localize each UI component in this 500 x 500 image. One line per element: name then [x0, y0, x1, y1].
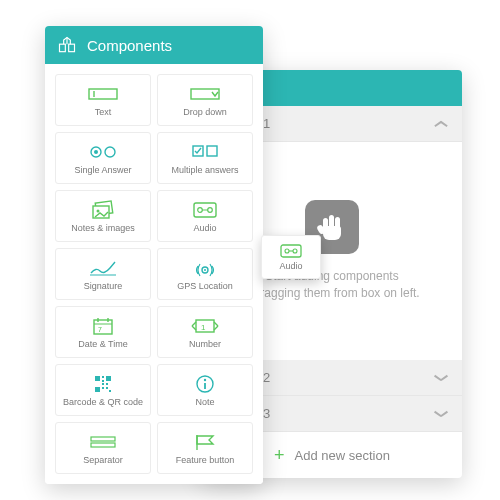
gps-icon [193, 257, 217, 279]
svg-point-45 [293, 249, 297, 253]
svg-rect-29 [95, 387, 100, 392]
separator-icon [89, 431, 117, 453]
components-header: Components [45, 26, 263, 64]
component-note[interactable]: Note [157, 364, 253, 416]
component-barcode-qr[interactable]: Barcode & QR code [55, 364, 151, 416]
svg-point-12 [97, 210, 100, 213]
text-icon [88, 83, 118, 105]
svg-rect-40 [91, 437, 115, 441]
component-feature-button[interactable]: Feature button [157, 422, 253, 474]
svg-point-44 [285, 249, 289, 253]
svg-rect-2 [89, 89, 117, 99]
svg-point-6 [94, 150, 98, 154]
dragging-component-ghost[interactable]: Audio [261, 235, 321, 279]
radio-icon [89, 141, 117, 163]
components-title: Components [87, 37, 172, 54]
svg-rect-33 [102, 387, 104, 389]
component-notes-images[interactable]: Notes & images [55, 190, 151, 242]
components-icon [57, 35, 77, 55]
calendar-icon: 7 [92, 315, 114, 337]
svg-rect-4 [191, 89, 219, 99]
svg-rect-35 [109, 390, 111, 392]
svg-point-7 [105, 147, 115, 157]
svg-rect-20 [94, 320, 112, 334]
component-number[interactable]: 1 Number [157, 306, 253, 358]
component-signature[interactable]: Signature [55, 248, 151, 300]
plus-icon: + [274, 446, 285, 464]
svg-text:1: 1 [201, 323, 206, 332]
component-dropdown[interactable]: Drop down [157, 74, 253, 126]
svg-text:7: 7 [98, 326, 102, 333]
svg-rect-9 [207, 146, 217, 156]
images-icon [90, 199, 116, 221]
svg-point-15 [208, 208, 213, 213]
chevron-down-icon [434, 407, 448, 421]
svg-point-19 [204, 269, 206, 271]
svg-rect-31 [102, 380, 104, 382]
svg-rect-28 [106, 376, 111, 381]
dropdown-icon [190, 83, 220, 105]
flag-icon [193, 431, 217, 453]
component-audio[interactable]: Audio [157, 190, 253, 242]
components-grid: Text Drop down Single Answer Multiple an… [45, 64, 263, 484]
cassette-icon [192, 199, 218, 221]
info-icon [195, 373, 215, 395]
cassette-icon [279, 243, 303, 259]
svg-rect-36 [102, 383, 104, 385]
svg-rect-32 [106, 383, 108, 385]
chevron-up-icon [434, 117, 448, 131]
add-section-label: Add new section [295, 448, 390, 463]
component-date-time[interactable]: 7 Date & Time [55, 306, 151, 358]
svg-rect-34 [106, 387, 108, 389]
svg-point-14 [198, 208, 203, 213]
svg-rect-30 [102, 376, 104, 378]
component-gps-location[interactable]: GPS Location [157, 248, 253, 300]
svg-rect-1 [69, 44, 75, 51]
chevron-down-icon [434, 371, 448, 385]
component-single-answer[interactable]: Single Answer [55, 132, 151, 184]
svg-point-38 [204, 379, 206, 381]
number-icon: 1 [190, 315, 220, 337]
svg-rect-41 [91, 443, 115, 447]
component-multiple-answers[interactable]: Multiple answers [157, 132, 253, 184]
signature-icon [88, 257, 118, 279]
component-separator[interactable]: Separator [55, 422, 151, 474]
checkbox-icon [191, 141, 219, 163]
components-panel: Components Text Drop down Single Answer … [45, 26, 263, 484]
qr-icon [93, 373, 113, 395]
svg-rect-0 [60, 44, 66, 51]
svg-rect-27 [95, 376, 100, 381]
component-text[interactable]: Text [55, 74, 151, 126]
